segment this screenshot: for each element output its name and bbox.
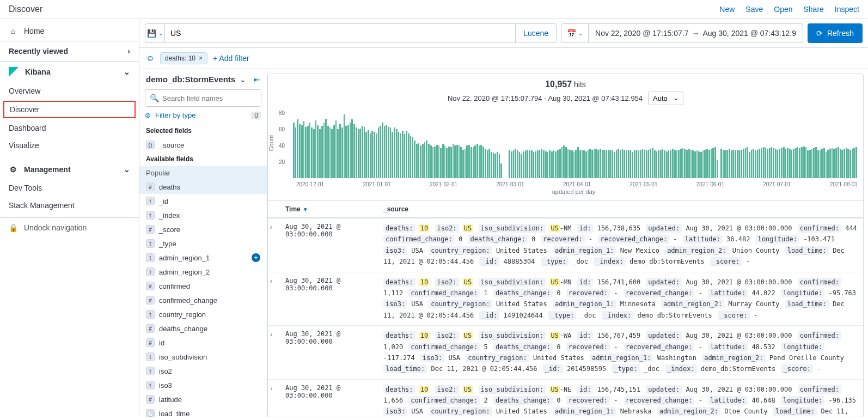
chart-bar[interactable]: [311, 127, 313, 178]
chart-bar[interactable]: [428, 144, 430, 178]
chart-bar[interactable]: [295, 127, 297, 178]
chart-bar[interactable]: [577, 147, 579, 178]
chart-bar[interactable]: [737, 150, 738, 179]
chart-bar[interactable]: [394, 127, 395, 178]
chart-bar[interactable]: [450, 147, 452, 178]
chart-bar[interactable]: [735, 150, 736, 178]
chart-bar[interactable]: [704, 150, 706, 179]
chart-bar[interactable]: [745, 148, 747, 179]
chart-bar[interactable]: [350, 123, 351, 178]
filter-pill[interactable]: deaths: 10 ×: [160, 52, 207, 64]
chart-bar[interactable]: [817, 150, 819, 178]
nav-sub-discover[interactable]: Discover: [3, 101, 136, 118]
chart-bar[interactable]: [412, 137, 413, 178]
chart-bar[interactable]: [500, 163, 502, 178]
chart-bar[interactable]: [618, 149, 619, 178]
chart-bar[interactable]: [783, 147, 785, 178]
chart-bar[interactable]: [406, 131, 407, 178]
chart-bar[interactable]: [515, 149, 516, 178]
chart-bar[interactable]: [589, 149, 591, 178]
chart-bar[interactable]: [488, 149, 490, 178]
chart-bar[interactable]: [380, 126, 381, 178]
chart-bar[interactable]: [840, 149, 841, 178]
add-filter-button[interactable]: + Add filter: [213, 54, 249, 63]
chart-bar[interactable]: [430, 145, 432, 178]
nav-undock[interactable]: 🔒 Undock navigation: [0, 218, 139, 238]
chart-bar[interactable]: [424, 142, 426, 178]
chart-bar[interactable]: [714, 147, 716, 178]
chart-bar[interactable]: [676, 150, 678, 178]
chart-bar[interactable]: [301, 125, 303, 179]
chart-bar[interactable]: [537, 150, 539, 178]
chart-bar[interactable]: [591, 150, 593, 179]
chart-bar[interactable]: [801, 147, 803, 178]
chart-bar[interactable]: [799, 148, 800, 179]
chart-bar[interactable]: [791, 150, 793, 179]
chart-bar[interactable]: [650, 149, 651, 178]
chart-bar[interactable]: [416, 144, 418, 178]
chart-bar[interactable]: [696, 150, 698, 178]
chart-bar[interactable]: [392, 132, 393, 179]
chart-bar[interactable]: [771, 147, 773, 178]
chart-bar[interactable]: [797, 147, 799, 178]
field-admin_region_2[interactable]: tadmin_region_2: [139, 265, 267, 279]
chart-bar[interactable]: [557, 150, 559, 179]
chart-bar[interactable]: [622, 149, 624, 178]
chart-bar[interactable]: [351, 119, 353, 178]
chart-bar[interactable]: [827, 150, 829, 179]
field-deaths[interactable]: #deaths: [139, 180, 267, 194]
chart-bar[interactable]: [464, 149, 466, 178]
field-_source[interactable]: ⟨⟩_source: [139, 138, 267, 152]
chart-bar[interactable]: [853, 148, 855, 179]
chart-bar[interactable]: [773, 148, 774, 179]
chart-bar[interactable]: [753, 149, 754, 178]
chart-bar[interactable]: [378, 127, 380, 178]
field-id[interactable]: #id: [139, 336, 267, 350]
chart-bar[interactable]: [364, 127, 365, 179]
chart-bar[interactable]: [787, 148, 788, 179]
chart-bar[interactable]: [529, 150, 530, 178]
chart-bar[interactable]: [588, 150, 589, 179]
chart-bar[interactable]: [341, 127, 343, 178]
chart-bar[interactable]: [708, 150, 710, 179]
nav-home[interactable]: ⌂ Home: [0, 21, 139, 41]
chart-bar[interactable]: [535, 151, 536, 179]
chart-bar[interactable]: [660, 150, 662, 179]
nav-sub-overview[interactable]: Overview: [0, 82, 139, 100]
chart-bar[interactable]: [662, 149, 664, 178]
chart-bar[interactable]: [448, 147, 450, 179]
chart-bar[interactable]: [565, 147, 567, 178]
chart-bar[interactable]: [686, 150, 688, 179]
chart-bar[interactable]: [658, 150, 659, 178]
chart-bar[interactable]: [743, 149, 744, 178]
chart-bar[interactable]: [629, 150, 631, 178]
col-source-header[interactable]: _source: [379, 201, 863, 217]
chart-bar[interactable]: [563, 145, 565, 178]
chart-bar[interactable]: [362, 126, 363, 178]
chart-bar[interactable]: [595, 149, 597, 178]
chart-bar[interactable]: [553, 150, 555, 178]
chart-bar[interactable]: [694, 151, 696, 179]
chart-bar[interactable]: [567, 149, 569, 178]
chart-bar[interactable]: [583, 150, 585, 178]
chart-bar[interactable]: [763, 147, 765, 178]
expand-row-icon[interactable]: ›: [268, 272, 281, 326]
chart-bar[interactable]: [337, 129, 339, 178]
chart-bar[interactable]: [666, 151, 668, 179]
chart-bar[interactable]: [374, 132, 375, 179]
field-_type[interactable]: t_type: [139, 236, 267, 251]
chart-bar[interactable]: [388, 127, 389, 179]
chart-bar[interactable]: [521, 154, 522, 178]
nav-management[interactable]: ⚙ Management ⌄: [0, 160, 139, 179]
field-confirmed_change[interactable]: #confirmed_change: [139, 293, 267, 307]
chart-bar[interactable]: [315, 120, 317, 179]
chart-bar[interactable]: [759, 149, 760, 178]
close-icon[interactable]: ×: [199, 54, 203, 62]
chart-bar[interactable]: [370, 133, 371, 179]
chart-bar[interactable]: [843, 149, 845, 178]
chart-bar[interactable]: [731, 150, 732, 178]
chart-bar[interactable]: [511, 151, 512, 179]
chart-bar[interactable]: [813, 148, 815, 179]
nav-kibana[interactable]: Kibana ⌄: [0, 62, 139, 82]
chart-bar[interactable]: [634, 150, 635, 178]
